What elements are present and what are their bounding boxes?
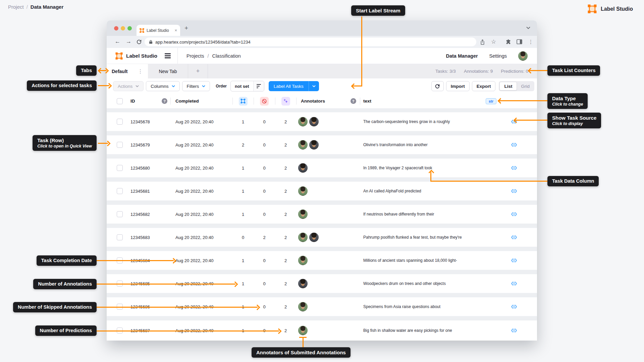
tab-options-icon[interactable]: ⋮	[138, 68, 143, 74]
annotator-avatar[interactable]	[298, 302, 308, 311]
order-control[interactable]: not set	[230, 81, 264, 92]
columns-button[interactable]: Columns	[146, 81, 179, 91]
show-source-icon[interactable]	[511, 142, 517, 147]
annotator-avatar[interactable]	[309, 140, 319, 149]
show-source-icon[interactable]	[511, 304, 517, 309]
show-source-icon[interactable]	[511, 258, 517, 263]
breadcrumb-project[interactable]: Project	[8, 4, 24, 10]
chevron-down-icon	[172, 85, 175, 87]
sort-order-icon[interactable]	[253, 81, 264, 91]
show-source-icon[interactable]	[511, 328, 517, 333]
column-header-id[interactable]: ID	[127, 94, 159, 108]
browser-more-icon[interactable]: ⋮	[528, 39, 533, 44]
table-row[interactable]: 12345683Aug 20 2022, 20:40022Pahrump poo…	[107, 228, 537, 251]
row-checkbox[interactable]	[117, 234, 123, 240]
table-row[interactable]: 12345686Aug 20 2022, 20:40102Specimens f…	[107, 297, 537, 320]
column-header-completed[interactable]: Completed	[170, 94, 232, 108]
add-tab-icon[interactable]: +	[188, 64, 208, 78]
id-help[interactable]: ?	[159, 94, 170, 108]
task-id: 12345679	[127, 142, 159, 147]
filters-button[interactable]: Filters	[182, 81, 210, 91]
back-icon[interactable]: ←	[115, 38, 120, 45]
reload-icon[interactable]	[136, 39, 142, 45]
task-text: Specimens from Asia raise questions abou…	[360, 304, 481, 309]
task-text: Olivine's transformation into another	[360, 142, 481, 147]
table-row[interactable]: 12345685Aug 20 2022, 20:40102Woodpeckers…	[107, 274, 537, 297]
row-checkbox[interactable]	[117, 188, 123, 194]
app-brand[interactable]: Label Studio	[115, 52, 157, 60]
user-avatar[interactable]	[518, 51, 528, 61]
traffic-light-close-icon[interactable]	[114, 26, 118, 31]
table-row[interactable]: 12345682Aug 20 2022, 20:40102If neutrino…	[107, 205, 537, 228]
column-header-predictions[interactable]	[275, 94, 296, 108]
traffic-light-minimize-icon[interactable]	[121, 26, 125, 31]
nav-settings[interactable]: Settings	[489, 53, 507, 59]
new-tab-icon[interactable]: +	[184, 24, 188, 33]
annotator-avatar[interactable]	[298, 209, 308, 219]
show-source-icon[interactable]	[511, 281, 517, 286]
breadcrumb-separator: /	[26, 4, 28, 10]
select-all-checkbox[interactable]	[117, 98, 123, 104]
annotations-count: 1	[232, 189, 254, 194]
row-checkbox[interactable]	[117, 142, 123, 148]
share-icon[interactable]	[480, 39, 485, 45]
import-button[interactable]: Import	[446, 81, 470, 91]
table-row[interactable]: 12345679Aug 20 2022, 20:40202Olivine's t…	[107, 135, 537, 159]
annotator-avatar[interactable]	[298, 163, 308, 173]
row-checkbox[interactable]	[117, 119, 123, 125]
refresh-button[interactable]	[431, 81, 444, 91]
browser-tab[interactable]: Label Studio ×	[137, 25, 180, 36]
tab-new-tab[interactable]: New Tab	[148, 64, 188, 78]
forward-icon[interactable]: →	[126, 38, 131, 45]
table-row[interactable]: 12345684Aug 20 2022, 20:40102Millions of…	[107, 251, 537, 274]
row-checkbox[interactable]	[117, 211, 123, 217]
annotator-avatar[interactable]	[298, 279, 308, 288]
arrow-show-task-source	[515, 120, 547, 121]
extensions-puzzle-icon[interactable]	[505, 39, 511, 45]
label-all-chevron-icon[interactable]	[309, 81, 319, 91]
annotator-avatar[interactable]	[298, 233, 308, 242]
annotator-avatar[interactable]	[298, 140, 308, 149]
row-checkbox[interactable]	[117, 165, 123, 171]
table-row[interactable]: 12345678Aug 20 2022, 20:40102The carbon-…	[107, 112, 537, 135]
app-breadcrumb-page: Classification	[212, 53, 240, 59]
view-list-button[interactable]: List	[499, 82, 517, 90]
task-completed-date: Aug 20 2022, 20:40	[170, 189, 232, 194]
show-source-icon[interactable]	[511, 235, 517, 240]
question-icon: ?	[351, 98, 356, 104]
annotator-avatar[interactable]	[298, 256, 308, 265]
label-all-tasks-button[interactable]: Label All Tasks	[269, 81, 319, 91]
app-breadcrumb-projects[interactable]: Projects	[186, 53, 204, 59]
show-source-icon[interactable]	[511, 189, 517, 193]
annotator-avatar[interactable]	[298, 186, 308, 196]
tab-default[interactable]: Default ⋮	[107, 64, 148, 78]
actions-button[interactable]: Actions	[113, 81, 144, 91]
tab-close-icon[interactable]: ×	[174, 28, 177, 33]
menu-icon[interactable]	[165, 53, 171, 58]
column-header-text[interactable]: text	[360, 94, 481, 108]
show-source-icon[interactable]	[511, 212, 517, 217]
traffic-light-zoom-icon[interactable]	[127, 26, 132, 31]
data-type-badge[interactable]: str	[486, 98, 496, 104]
annotators-help[interactable]: ?	[346, 94, 360, 108]
view-grid-button[interactable]: Grid	[517, 84, 534, 89]
sidebar-icon[interactable]	[517, 39, 522, 44]
annotator-avatar[interactable]	[298, 326, 308, 335]
column-header-annotators[interactable]: Annotators	[296, 94, 346, 108]
show-source-icon[interactable]	[511, 166, 517, 170]
browser-menu-chevron-icon[interactable]	[526, 26, 530, 29]
table-row[interactable]: 12345680Aug 20 2022, 20:40102In 1989, th…	[107, 159, 537, 182]
table-row[interactable]: 12345681Aug 20 2022, 20:40102An AI calle…	[107, 182, 537, 205]
column-header-skipped[interactable]	[254, 94, 275, 108]
export-button[interactable]: Export	[472, 81, 496, 91]
label-studio-logo-icon	[115, 52, 123, 60]
bookmark-star-icon[interactable]: ☆	[491, 39, 496, 45]
annotator-avatar[interactable]	[309, 117, 319, 126]
column-header-annotations[interactable]	[232, 94, 254, 108]
label-studio-favicon	[140, 28, 144, 33]
annotator-avatar[interactable]	[298, 117, 308, 126]
annotator-avatar[interactable]	[309, 233, 319, 242]
address-bar[interactable]: app.heartex.com/projects/123456/data?tab…	[145, 38, 476, 46]
dm-toolbar: Actions Columns Filters Order not set La…	[107, 78, 537, 94]
nav-data-manager[interactable]: Data Manager	[446, 53, 478, 59]
